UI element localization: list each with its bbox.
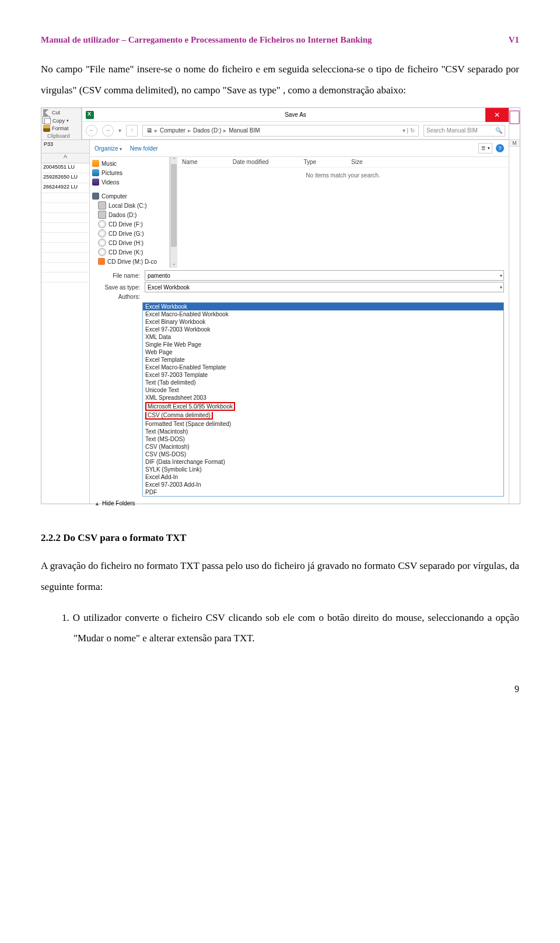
close-button[interactable] xyxy=(485,108,509,122)
search-icon: 🔍 xyxy=(495,127,502,134)
refresh-icon[interactable]: ↻ xyxy=(410,127,415,134)
saveas-type-select[interactable]: Excel Workbook▾ xyxy=(145,282,504,292)
type-option[interactable]: Excel 97-2003 Add-In xyxy=(143,481,503,488)
type-option-csv[interactable]: CSV (Comma delimited) xyxy=(143,411,503,420)
type-option[interactable]: Excel Binary Workbook xyxy=(143,318,503,326)
computer-icon: 🖥 xyxy=(146,127,152,134)
authors-label: Authors: xyxy=(94,294,140,300)
nav-up-button[interactable]: ↑ xyxy=(126,125,138,137)
cd-icon xyxy=(98,239,106,247)
cut-icon xyxy=(43,109,50,116)
name-box[interactable]: P33 xyxy=(41,140,89,153)
nav-back-button[interactable]: ← xyxy=(86,125,97,137)
doc-header-title: Manual de utilizador – Carregamento e Pr… xyxy=(41,35,372,45)
type-option[interactable]: CSV (MS-DOS) xyxy=(143,450,503,458)
cd-icon xyxy=(98,229,106,238)
disk-icon xyxy=(98,211,106,219)
type-option[interactable]: Excel Add-In xyxy=(143,473,503,481)
tree-scrollbar[interactable]: ⌃ ⌄ xyxy=(170,157,177,268)
hide-folders-button[interactable]: ▲ Hide Folders xyxy=(94,500,135,507)
cd-icon xyxy=(98,248,106,256)
videos-icon xyxy=(92,179,99,186)
computer-tree-icon xyxy=(92,193,99,200)
brush-icon xyxy=(43,125,50,132)
help-button[interactable]: ? xyxy=(496,144,504,152)
column-header-a[interactable]: A xyxy=(41,153,89,163)
file-list-header[interactable]: Name Date modified Type Size xyxy=(177,157,509,167)
empty-folder-text: No items match your search. xyxy=(177,167,509,268)
filename-label: File name: xyxy=(94,273,140,279)
disk-icon xyxy=(98,201,106,209)
new-folder-button[interactable]: New folder xyxy=(130,145,158,152)
section-heading: 2.2.2 Do CSV para o formato TXT xyxy=(41,532,519,544)
type-option[interactable]: XML Spreadsheet 2003 xyxy=(143,394,503,401)
filename-input[interactable]: pamento▾ xyxy=(145,270,504,281)
format-painter-button[interactable]: Format xyxy=(43,125,79,132)
column-header-m[interactable]: M xyxy=(509,140,520,146)
address-breadcrumb[interactable]: 🖥 ▸Computer ▸Dados (D:) ▸Manual BIM ▾ | … xyxy=(142,125,419,137)
type-option[interactable]: PDF xyxy=(143,488,503,496)
cell-a3[interactable]: 266244922 LU xyxy=(41,183,89,193)
nav-forward-button[interactable]: → xyxy=(102,125,114,137)
copy-button[interactable]: Copy ▾ xyxy=(43,117,79,124)
type-option[interactable]: Single File Web Page xyxy=(143,341,503,348)
type-option[interactable]: Unicode Text xyxy=(143,386,503,394)
chevron-down-icon[interactable]: ▾ xyxy=(118,127,121,134)
type-option[interactable]: Formatted Text (Space delimited) xyxy=(143,420,503,428)
saveas-type-label: Save as type: xyxy=(94,284,140,291)
type-option[interactable]: Text (Tab delimited) xyxy=(143,379,503,386)
right-edge-marker xyxy=(509,110,520,124)
cd-icon xyxy=(98,220,106,228)
cell-a1[interactable]: 20045051 LU xyxy=(41,163,89,173)
view-options-button[interactable]: ☰▾ xyxy=(478,143,492,153)
modal-titlebar: Save As xyxy=(82,108,509,122)
clipboard-group-label: Clipboard xyxy=(47,133,70,139)
type-option[interactable]: Text (Macintosh) xyxy=(143,428,503,435)
save-as-screenshot: Cut Copy ▾ Format Clipboard Save As ← → … xyxy=(41,107,520,504)
page-number: 9 xyxy=(41,684,519,694)
search-input[interactable]: Search Manual BIM 🔍 xyxy=(424,125,505,137)
type-option[interactable]: XML Data xyxy=(143,333,503,341)
type-option[interactable]: Excel 97-2003 Workbook xyxy=(143,326,503,333)
type-option-selected[interactable]: Excel Workbook xyxy=(143,303,503,310)
excel-icon xyxy=(86,111,94,119)
type-option[interactable]: DIF (Data Interchange Format) xyxy=(143,458,503,466)
type-option[interactable]: Excel 97-2003 Template xyxy=(143,371,503,379)
organize-button[interactable]: Organize xyxy=(94,145,122,152)
cell-a2[interactable]: 259282650 LU xyxy=(41,173,89,183)
type-option-excel5[interactable]: Microsoft Excel 5.0/95 Workbook xyxy=(143,401,503,411)
type-option[interactable]: Excel Macro-Enabled Workbook xyxy=(143,310,503,318)
type-option[interactable]: Web Page xyxy=(143,348,503,356)
saveas-type-dropdown[interactable]: Excel Workbook Excel Macro-Enabled Workb… xyxy=(142,302,504,497)
paragraph-2: A gravação do ficheiro no formato TXT pa… xyxy=(41,556,519,597)
folder-tree[interactable]: Music Pictures Videos Computer Local Dis… xyxy=(90,157,170,268)
excel-clipboard-group: Cut Copy ▾ Format Clipboard xyxy=(41,108,82,139)
cut-button[interactable]: Cut xyxy=(43,109,79,116)
modal-title: Save As xyxy=(285,111,306,118)
cd-icon xyxy=(98,258,105,265)
copy-icon xyxy=(44,118,51,124)
pictures-icon xyxy=(92,169,99,176)
type-option[interactable]: CSV (Macintosh) xyxy=(143,443,503,450)
type-option[interactable]: Text (MS-DOS) xyxy=(143,435,503,443)
type-option[interactable]: Excel Template xyxy=(143,356,503,364)
music-icon xyxy=(92,160,99,167)
chevron-up-icon: ▲ xyxy=(94,501,100,507)
paragraph-1: No campo "File name" insere-se o nome do… xyxy=(41,59,519,100)
type-option[interactable]: Excel Macro-Enabled Template xyxy=(143,364,503,371)
type-option[interactable]: SYLK (Symbolic Link) xyxy=(143,466,503,473)
doc-header-version: V1 xyxy=(509,35,519,45)
list-item-1: 1. O utilizador converte o ficheiro CSV … xyxy=(62,607,519,649)
